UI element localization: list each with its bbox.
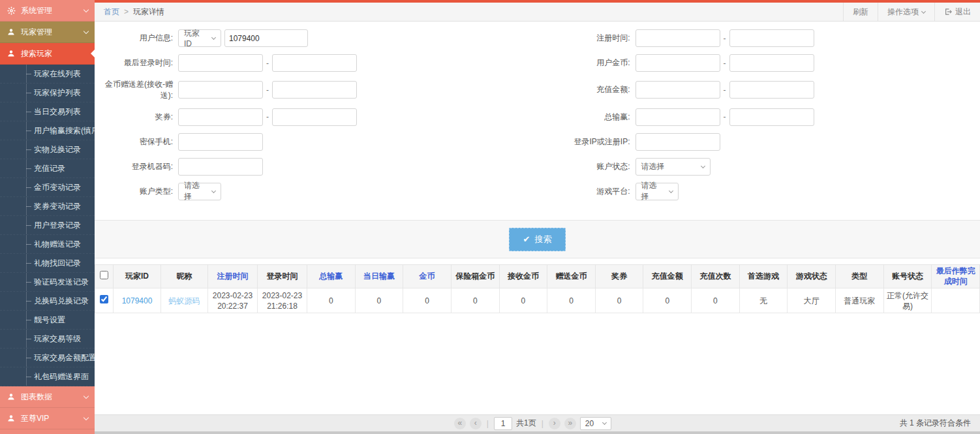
user-info-input[interactable] <box>224 29 308 47</box>
sidebar-item-giftpack-code-page[interactable]: 礼包码赠送界面 <box>0 367 95 386</box>
column-header: 奖券 <box>595 265 643 288</box>
page-size-select[interactable]: 20 <box>580 417 611 430</box>
sidebar-item-recharge-records[interactable]: 充值记录 <box>0 159 95 178</box>
column-header[interactable]: 最后作弊完成时间 <box>932 265 980 288</box>
sidebar-item-user-winloss-search[interactable]: 用户输赢搜索(慎用!!!!!!) <box>0 121 95 140</box>
table-cell <box>932 288 980 313</box>
sidebar: 系统管理玩家管理搜索玩家 玩家在线列表玩家保护列表当日交易列表用户输赢搜索(慎用… <box>0 0 95 434</box>
form-field-label: 用户信息: <box>95 33 178 44</box>
security-phone-input[interactable] <box>178 133 263 151</box>
sidebar-item-gift-send-records[interactable]: 礼物赠送记录 <box>0 235 95 254</box>
sidebar-item-pretty-number-settings[interactable]: 靓号设置 <box>0 311 95 330</box>
table-cell: 2023-02-23 21:26:18 <box>258 288 307 313</box>
register-time-input[interactable] <box>635 29 720 47</box>
register-time-input[interactable] <box>729 29 814 47</box>
sidebar-group-search-player[interactable]: 搜索玩家 <box>0 43 95 65</box>
recharge-amount-input[interactable] <box>729 81 814 99</box>
user-info-select[interactable]: 玩家ID <box>178 29 221 47</box>
total-winloss-input[interactable] <box>729 108 814 126</box>
sidebar-top-groups: 系统管理玩家管理搜索玩家 <box>0 0 95 65</box>
last-page-button[interactable]: » <box>564 418 576 429</box>
user-coins-input[interactable] <box>635 54 720 72</box>
column-header[interactable]: 金币 <box>403 265 452 288</box>
range-dash: - <box>266 85 269 95</box>
lottery-ticket-input[interactable] <box>178 108 263 126</box>
range-dash: - <box>266 112 269 121</box>
sidebar-item-ticket-change-records[interactable]: 奖券变动记录 <box>0 197 95 216</box>
form-field-security-phone: 密保手机: <box>95 133 538 151</box>
sidebar-item-goods-exchange-records[interactable]: 实物兑换记录 <box>0 140 95 159</box>
table-cell: 普通玩家 <box>836 288 884 313</box>
next-page-button[interactable]: › <box>549 418 560 429</box>
select-all-checkbox[interactable] <box>100 271 108 279</box>
player-id-link[interactable]: 1079400 <box>122 296 153 305</box>
sidebar-group-config-manage[interactable]: 配置管理 <box>0 429 95 434</box>
login-or-reg-ip-input[interactable] <box>635 133 720 151</box>
form-field-label: 账户类型: <box>95 186 178 197</box>
prev-page-button[interactable]: ‹ <box>470 418 482 429</box>
column-header: 昵称 <box>161 265 208 288</box>
column-header[interactable]: 当日输赢 <box>355 265 403 288</box>
last-login-time-input[interactable] <box>178 54 263 72</box>
sidebar-group-supreme-vip[interactable]: 至尊VIP <box>0 408 95 429</box>
sidebar-item-gift-return-records[interactable]: 礼物找回记录 <box>0 254 95 273</box>
sidebar-item-coin-change-records[interactable]: 金币变动记录 <box>0 178 95 197</box>
form-field-label: 游戏平台: <box>538 186 635 197</box>
user-coins-input[interactable] <box>729 54 814 72</box>
sidebar-item-daily-trade-list[interactable]: 当日交易列表 <box>0 102 95 121</box>
row-checkbox[interactable] <box>100 295 108 303</box>
chevron-down-icon <box>211 35 216 40</box>
sidebar-group-label: 搜索玩家 <box>21 48 52 59</box>
account-type-select[interactable]: 请选择 <box>178 183 221 200</box>
top-actions: 刷新 操作选项 退出 <box>843 3 980 21</box>
login-machine-code-input[interactable] <box>178 158 263 176</box>
range-dash: - <box>266 59 269 68</box>
sidebar-item-player-trade-amount-config[interactable]: 玩家交易金额配置 <box>0 349 95 367</box>
form-field-label: 注册时间: <box>538 33 635 44</box>
coin-gift-diff-input[interactable] <box>178 81 263 99</box>
action-options-dropdown[interactable]: 操作选项 <box>878 3 934 21</box>
search-button[interactable]: ✔ 搜索 <box>509 228 566 251</box>
game-platform-select[interactable]: 请选择 <box>635 183 679 200</box>
column-header: 玩家ID <box>114 265 161 288</box>
account-status-select[interactable]: 请选择 <box>635 158 711 176</box>
action-options-label: 操作选项 <box>887 7 919 18</box>
column-header: 账号状态 <box>883 265 932 288</box>
nickname-link[interactable]: 蚂蚁源码 <box>169 296 200 305</box>
main-content: 首页 > 玩家详情 刷新 操作选项 退出 用户信息:玩 <box>95 0 980 434</box>
sidebar-group-player-manage[interactable]: 玩家管理 <box>0 22 95 43</box>
coin-gift-diff-input[interactable] <box>272 81 357 99</box>
sidebar-item-redeem-code-records[interactable]: 兑换码兑换记录 <box>0 292 95 311</box>
user-icon <box>7 392 16 401</box>
chevron-down-icon <box>700 164 705 168</box>
app-window: 系统管理玩家管理搜索玩家 玩家在线列表玩家保护列表当日交易列表用户输赢搜索(慎用… <box>0 0 980 434</box>
lottery-ticket-input[interactable] <box>272 108 357 126</box>
page-number-input[interactable] <box>494 417 512 430</box>
last-login-time-input[interactable] <box>272 54 357 72</box>
table-cell: 0 <box>547 288 596 313</box>
sidebar-group-chart-data[interactable]: 图表数据 <box>0 386 95 408</box>
column-header[interactable]: 总输赢 <box>307 265 356 288</box>
sidebar-item-player-protect-list[interactable]: 玩家保护列表 <box>0 84 95 102</box>
recharge-amount-input[interactable] <box>635 81 720 99</box>
sidebar-group-system-manage[interactable]: 系统管理 <box>0 0 95 22</box>
column-header[interactable]: 注册时间 <box>208 265 258 288</box>
sidebar-item-captcha-send-records[interactable]: 验证码发送记录 <box>0 273 95 292</box>
breadcrumb-home-link[interactable]: 首页 <box>104 7 119 18</box>
form-field-coin-gift-diff: 金币赠送差(接收-赠送):- <box>95 79 538 101</box>
sidebar-item-user-login-records[interactable]: 用户登录记录 <box>0 216 95 235</box>
sidebar-item-player-trade-level[interactable]: 玩家交易等级 <box>0 330 95 349</box>
first-page-button[interactable]: « <box>454 418 466 429</box>
table-cell: 正常(允许交易) <box>883 288 932 313</box>
logout-button[interactable]: 退出 <box>934 3 980 21</box>
pager: « ‹ | 共1页 | › » 20 <box>454 417 611 430</box>
refresh-button[interactable]: 刷新 <box>843 3 878 21</box>
table-cell: 0 <box>692 288 740 313</box>
sidebar-item-players-online-list[interactable]: 玩家在线列表 <box>0 65 95 84</box>
form-field-label: 登录机器码: <box>95 161 178 172</box>
form-field-total-winloss: 总输赢:- <box>538 108 980 126</box>
total-winloss-input[interactable] <box>635 108 720 126</box>
form-field-user-coins: 用户金币:- <box>538 54 980 72</box>
form-field-label: 最后登录时间: <box>95 57 178 69</box>
column-header: 充值次数 <box>692 265 740 288</box>
